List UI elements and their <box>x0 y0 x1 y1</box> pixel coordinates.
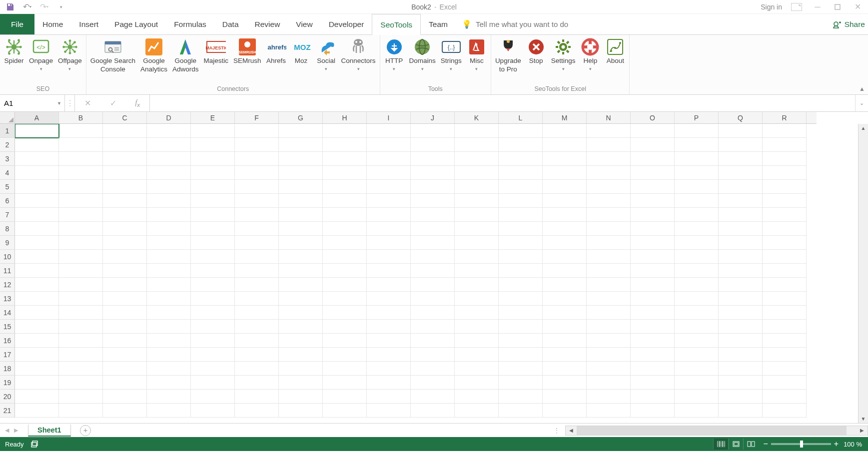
cell[interactable] <box>147 362 191 376</box>
cell[interactable] <box>631 138 675 152</box>
cell[interactable] <box>455 348 499 362</box>
cell[interactable] <box>59 180 103 194</box>
cell[interactable] <box>191 166 235 180</box>
cell[interactable] <box>235 236 279 250</box>
cell[interactable] <box>191 334 235 348</box>
cell[interactable] <box>675 222 719 236</box>
cell[interactable] <box>675 292 719 306</box>
cell[interactable] <box>543 292 587 306</box>
cell[interactable] <box>279 404 323 418</box>
cell[interactable] <box>147 306 191 320</box>
cell[interactable] <box>587 334 631 348</box>
cell[interactable] <box>719 138 763 152</box>
cell[interactable] <box>235 404 279 418</box>
cell[interactable] <box>763 152 807 166</box>
cell[interactable] <box>499 138 543 152</box>
column-header[interactable]: B <box>59 112 103 124</box>
cell[interactable] <box>763 194 807 208</box>
row-header[interactable]: 11 <box>0 264 15 278</box>
cell[interactable] <box>59 404 103 418</box>
cell[interactable] <box>411 250 455 264</box>
cell[interactable] <box>279 306 323 320</box>
cell[interactable] <box>367 320 411 334</box>
cell[interactable] <box>15 278 59 292</box>
scroll-up-button[interactable]: ▲ <box>861 124 866 132</box>
cell[interactable] <box>587 124 631 138</box>
column-header[interactable]: A <box>15 112 59 124</box>
cell[interactable] <box>719 278 763 292</box>
cell[interactable] <box>411 222 455 236</box>
cell[interactable] <box>411 334 455 348</box>
cell[interactable] <box>323 124 367 138</box>
cell[interactable] <box>455 222 499 236</box>
cell[interactable] <box>455 138 499 152</box>
cell[interactable] <box>499 376 543 390</box>
cell[interactable] <box>675 390 719 404</box>
cell[interactable] <box>543 348 587 362</box>
cell[interactable] <box>279 194 323 208</box>
cell[interactable] <box>411 348 455 362</box>
cell[interactable] <box>367 222 411 236</box>
cell[interactable] <box>763 180 807 194</box>
cell[interactable] <box>411 390 455 404</box>
cell[interactable] <box>631 278 675 292</box>
cell[interactable] <box>367 180 411 194</box>
cell[interactable] <box>235 152 279 166</box>
cell[interactable] <box>675 152 719 166</box>
cell[interactable] <box>367 208 411 222</box>
cell[interactable] <box>587 236 631 250</box>
cell[interactable] <box>367 124 411 138</box>
cell[interactable] <box>763 292 807 306</box>
cell[interactable] <box>631 124 675 138</box>
cell[interactable] <box>411 306 455 320</box>
save-button[interactable] <box>4 1 16 13</box>
redo-button[interactable]: ↷ ▾ <box>38 1 50 13</box>
cell[interactable] <box>59 236 103 250</box>
cell[interactable] <box>323 390 367 404</box>
cell[interactable] <box>719 292 763 306</box>
cell[interactable] <box>15 292 59 306</box>
cell[interactable] <box>455 334 499 348</box>
cell[interactable] <box>675 250 719 264</box>
cell[interactable] <box>279 362 323 376</box>
cell[interactable] <box>103 362 147 376</box>
column-header[interactable]: R <box>763 112 807 124</box>
row-header[interactable]: 16 <box>0 334 15 348</box>
view-page-break-button[interactable] <box>743 439 758 450</box>
cell[interactable] <box>279 152 323 166</box>
row-header[interactable]: 19 <box>0 376 15 390</box>
horizontal-scrollbar[interactable]: ◀ ▶ <box>565 426 868 436</box>
cell[interactable] <box>455 320 499 334</box>
cell[interactable] <box>543 236 587 250</box>
sign-in-link[interactable]: Sign in <box>761 3 782 11</box>
cell[interactable] <box>191 320 235 334</box>
cell[interactable] <box>191 138 235 152</box>
cell[interactable] <box>323 194 367 208</box>
cell[interactable] <box>103 138 147 152</box>
cell[interactable] <box>191 208 235 222</box>
scroll-right-button[interactable]: ▶ <box>857 428 868 433</box>
cell[interactable] <box>543 208 587 222</box>
cell[interactable] <box>763 348 807 362</box>
cell[interactable] <box>323 138 367 152</box>
cell[interactable] <box>15 250 59 264</box>
cell[interactable] <box>103 278 147 292</box>
column-header[interactable]: J <box>411 112 455 124</box>
social-button[interactable]: Social▾ <box>314 36 338 72</box>
view-page-layout-button[interactable] <box>728 439 743 450</box>
row-header[interactable]: 13 <box>0 292 15 306</box>
cell[interactable] <box>147 124 191 138</box>
cell[interactable] <box>191 222 235 236</box>
cell[interactable] <box>499 334 543 348</box>
cell[interactable] <box>455 194 499 208</box>
cell[interactable] <box>587 250 631 264</box>
cell[interactable] <box>763 236 807 250</box>
cell[interactable] <box>587 306 631 320</box>
cell[interactable] <box>367 236 411 250</box>
semrush-button[interactable]: SEMRUSHSEMrush <box>231 36 263 66</box>
cell[interactable] <box>191 390 235 404</box>
cell[interactable] <box>763 124 807 138</box>
cell[interactable] <box>719 320 763 334</box>
cell[interactable] <box>631 208 675 222</box>
cell[interactable] <box>543 138 587 152</box>
